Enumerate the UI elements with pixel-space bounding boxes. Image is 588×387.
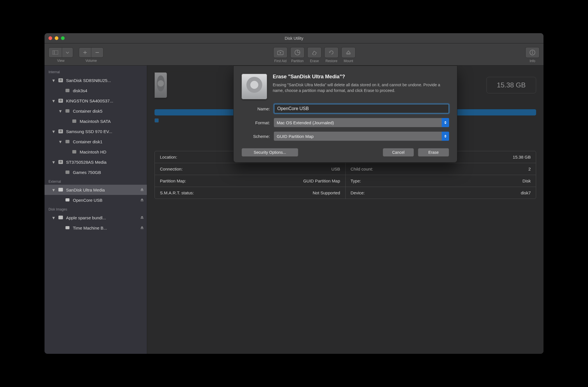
svg-rect-24 — [65, 140, 69, 143]
disclosure-down-icon[interactable]: ▼ — [52, 78, 55, 83]
sidebar-item-apple-sparse[interactable]: ▼ Apple sparse bundl... — [45, 213, 147, 223]
info-key: Device: — [351, 190, 365, 195]
info-row-childcount: Child count: 2 — [346, 163, 536, 175]
add-volume-button[interactable] — [79, 48, 91, 57]
disk-hero-icon — [155, 72, 167, 98]
svg-rect-40 — [141, 228, 143, 229]
info-key: Location: — [160, 155, 177, 159]
sidebar-item-games750[interactable]: Games 750GB — [45, 167, 147, 177]
eject-icon[interactable] — [140, 188, 144, 192]
sidebar-item-macintosh-sata[interactable]: Macintosh SATA — [45, 116, 147, 126]
sidebar-item-label: Macintosh HD — [80, 150, 144, 154]
sidebar-item-sandisk-ultra[interactable]: ▼ SanDisk Ultra Media — [45, 185, 147, 195]
mount-label: Mount — [344, 59, 353, 63]
legend-checkbox[interactable] — [155, 118, 159, 123]
sidebar-item-container-disk1[interactable]: ▼ Container disk1 — [45, 136, 147, 147]
sidebar-item-label: KINGSTON SA400S37... — [66, 98, 144, 103]
partition-button[interactable] — [290, 47, 304, 58]
volume-icon — [71, 149, 77, 155]
sidebar-toggle-button[interactable] — [49, 48, 62, 57]
disclosure-down-icon[interactable]: ▼ — [59, 139, 62, 144]
info-button[interactable] — [525, 47, 540, 58]
svg-marker-39 — [141, 226, 143, 228]
info-value: USB — [331, 167, 340, 171]
svg-point-19 — [60, 99, 62, 102]
svg-rect-38 — [65, 226, 69, 229]
restore-label: Restore — [325, 59, 337, 63]
restore-button[interactable] — [324, 47, 339, 58]
internal-disk-icon — [58, 128, 64, 134]
svg-marker-36 — [141, 216, 143, 218]
erase-confirm-button[interactable]: Erase — [418, 148, 449, 157]
sidebar-item-st3750[interactable]: ▼ ST3750528AS Media — [45, 157, 147, 167]
info-key: Partition Map: — [160, 178, 186, 183]
scheme-select[interactable]: GUID Partition Map — [274, 132, 449, 141]
eject-icon[interactable] — [140, 215, 144, 220]
partition-label: Partition — [291, 59, 304, 63]
sidebar-item-opencore-usb[interactable]: OpenCore USB — [45, 195, 147, 205]
sidebar-item-sandisk-sd8[interactable]: ▼ SanDisk SD8SN8U25... — [45, 75, 147, 85]
security-options-button[interactable]: Security Options... — [242, 148, 298, 157]
format-label: Format: — [242, 120, 270, 125]
sidebar-item-time-machine[interactable]: Time Machine B... — [45, 223, 147, 233]
internal-disk-icon — [58, 77, 64, 83]
svg-marker-33 — [141, 198, 143, 200]
remove-volume-button[interactable] — [91, 48, 103, 57]
capacity-badge: 15.38 GB — [487, 77, 536, 93]
scheme-label: Scheme: — [242, 134, 270, 139]
first-aid-button[interactable] — [273, 47, 287, 58]
info-key: S.M.A.R.T. status: — [160, 190, 194, 195]
disclosure-down-icon[interactable]: ▼ — [52, 188, 55, 192]
content-pane: 15.38 GB Location: External Connection: … — [147, 66, 543, 354]
info-key: Type: — [351, 178, 361, 183]
info-row-device: Device: disk7 — [346, 187, 536, 199]
scheme-select-value: GUID Partition Map — [277, 134, 314, 139]
disclosure-down-icon[interactable]: ▼ — [59, 109, 62, 113]
sidebar-item-samsung-ssd[interactable]: ▼ Samsung SSD 970 EV... — [45, 126, 147, 136]
volume-icon — [71, 118, 77, 124]
sidebar-header-internal: Internal — [45, 68, 147, 75]
sidebar-item-container-disk5[interactable]: ▼ Container disk5 — [45, 106, 147, 116]
mount-button[interactable] — [341, 47, 356, 58]
info-row-connection: Connection: USB — [155, 163, 345, 175]
svg-rect-25 — [72, 150, 76, 153]
sidebar-item-label: Samsung SSD 970 EV... — [66, 129, 144, 134]
sidebar-item-label: Apple sparse bundl... — [66, 215, 138, 220]
info-value: Disk — [523, 178, 531, 183]
internal-disk-icon — [58, 98, 64, 104]
disclosure-down-icon[interactable]: ▼ — [52, 98, 55, 103]
info-label: Info — [530, 59, 535, 63]
sidebar-item-label: Container disk5 — [73, 109, 144, 113]
disclosure-down-icon[interactable]: ▼ — [52, 160, 55, 165]
cancel-button[interactable]: Cancel — [383, 148, 414, 157]
format-select[interactable]: Mac OS Extended (Journaled) — [274, 118, 449, 127]
disclosure-down-icon[interactable]: ▼ — [52, 215, 55, 220]
name-input[interactable] — [274, 104, 449, 113]
volume-icon — [64, 169, 71, 175]
svg-rect-35 — [58, 216, 63, 219]
sidebar-item-kingston[interactable]: ▼ KINGSTON SA400S37... — [45, 96, 147, 106]
info-value: 2 — [528, 167, 531, 171]
sidebar-item-label: SanDisk Ultra Media — [66, 188, 138, 192]
disclosure-down-icon[interactable]: ▼ — [52, 129, 55, 134]
svg-rect-34 — [141, 201, 143, 201]
eject-icon[interactable] — [140, 226, 144, 230]
eject-icon[interactable] — [140, 198, 144, 203]
sidebar-item-macintosh-hd[interactable]: Macintosh HD — [45, 147, 147, 157]
sidebar-item-disk3s4[interactable]: disk3s4 — [45, 85, 147, 96]
titlebar: Disk Utility — [45, 33, 543, 43]
svg-marker-10 — [346, 51, 350, 53]
svg-rect-29 — [58, 188, 63, 192]
sidebar-item-label: OpenCore USB — [73, 198, 138, 203]
erase-button[interactable] — [307, 47, 322, 58]
erase-label: Erase — [310, 59, 319, 63]
info-value: GUID Partition Map — [303, 178, 340, 183]
view-label: View — [57, 59, 65, 63]
erase-sheet: Erase "SanDisk Ultra Media"? Erasing "Sa… — [233, 66, 457, 163]
view-menu-button[interactable] — [62, 48, 73, 57]
svg-point-13 — [532, 51, 533, 52]
erase-sheet-title: Erase "SanDisk Ultra Media"? — [273, 74, 449, 80]
sidebar-item-label: ST3750528AS Media — [66, 160, 144, 165]
svg-rect-21 — [72, 119, 76, 123]
info-row-type: Type: Disk — [346, 175, 536, 187]
